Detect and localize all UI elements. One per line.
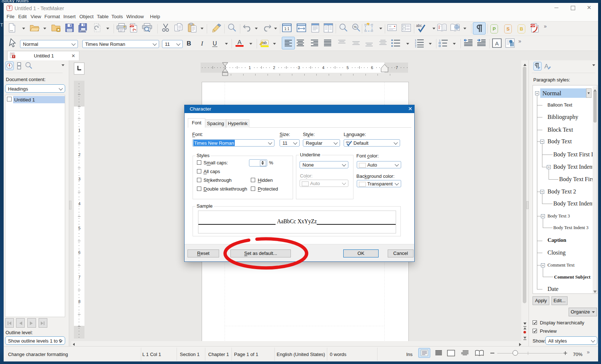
svg-text:A: A	[544, 63, 549, 70]
svg-text:abc: abc	[416, 24, 422, 28]
svg-text:abc: abc	[346, 141, 350, 143]
svg-text:1: 1	[415, 39, 416, 41]
svg-text:4: 4	[415, 46, 416, 48]
svg-text:PDF: PDF	[530, 24, 536, 27]
svg-text:ab: ab	[262, 40, 267, 45]
svg-text:A: A	[237, 39, 242, 46]
svg-text:2: 2	[415, 41, 416, 44]
svg-text:%: %	[354, 25, 357, 29]
svg-text:1:1: 1:1	[284, 27, 289, 31]
svg-text:PDF: PDF	[130, 24, 134, 27]
svg-text:A: A	[495, 40, 499, 47]
svg-text:1: 1	[439, 39, 440, 42]
svg-text:T: T	[13, 55, 15, 58]
